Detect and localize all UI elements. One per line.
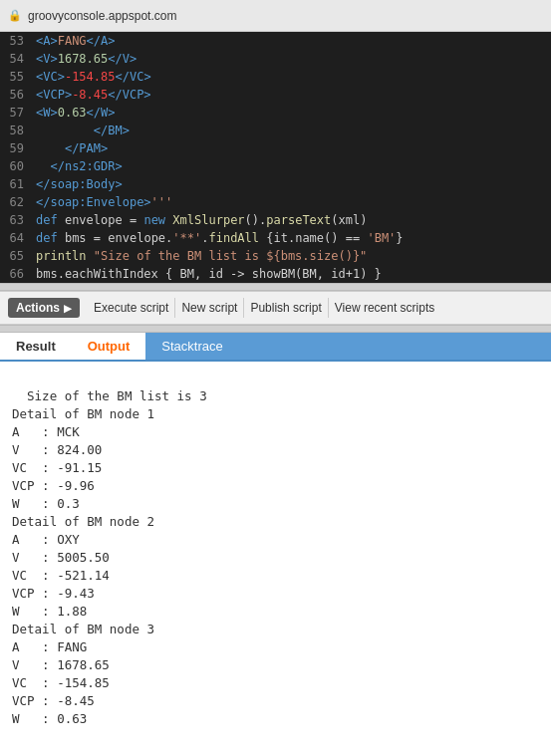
code-line: 54<V>1678.65</V> <box>0 50 551 68</box>
line-content: </PAM> <box>32 139 108 157</box>
action-btn-execute-script[interactable]: Execute script <box>88 298 174 318</box>
line-content: <VCP>-8.45</VCP> <box>32 86 151 104</box>
action-btn-publish-script[interactable]: Publish script <box>243 298 327 318</box>
line-content: <V>1678.65</V> <box>32 50 137 68</box>
line-content: </soap:Envelope>''' <box>32 193 172 211</box>
line-number: 62 <box>0 195 32 209</box>
line-number: 56 <box>0 88 32 102</box>
line-number: 59 <box>0 141 32 155</box>
code-line: 63def envelope = new XmlSlurper().parseT… <box>0 211 551 229</box>
code-line: 56<VCP>-8.45</VCP> <box>0 86 551 104</box>
line-number: 55 <box>0 70 32 84</box>
line-content: def envelope = new XmlSlurper().parseTex… <box>32 211 367 229</box>
line-number: 61 <box>0 177 32 191</box>
code-line: 61</soap:Body> <box>0 175 551 193</box>
line-content: </ns2:GDR> <box>32 157 123 175</box>
line-content: <A>FANG</A> <box>32 32 116 50</box>
code-line: 58 </BM> <box>0 122 551 139</box>
line-content: println "Size of the BM list is ${bms.si… <box>32 247 367 265</box>
line-number: 53 <box>0 34 32 48</box>
code-line: 60 </ns2:GDR> <box>0 157 551 175</box>
line-number: 54 <box>0 52 32 66</box>
output-text: Size of the BM list is 3 Detail of BM no… <box>12 388 207 726</box>
code-line: 55<VC>-154.85</VC> <box>0 68 551 86</box>
actions-label: Actions ▶ <box>8 298 80 318</box>
actions-bar: Actions ▶ Execute scriptNew scriptPublis… <box>0 291 551 325</box>
output-area: Size of the BM list is 3 Detail of BM no… <box>0 362 551 736</box>
code-line: 65println "Size of the BM list is ${bms.… <box>0 247 551 265</box>
lock-icon: 🔒 <box>8 9 22 22</box>
actions-arrow: ▶ <box>64 303 72 314</box>
line-number: 66 <box>0 267 32 281</box>
code-editor: 53<A>FANG</A>54<V>1678.65</V>55<VC>-154.… <box>0 32 551 283</box>
line-number: 63 <box>0 213 32 227</box>
line-number: 64 <box>0 231 32 245</box>
code-line: 66bms.eachWithIndex { BM, id -> showBM(B… <box>0 265 551 283</box>
browser-bar: 🔒 groovyconsole.appspot.com <box>0 0 551 32</box>
action-btn-new-script[interactable]: New script <box>174 298 243 318</box>
line-number: 60 <box>0 159 32 173</box>
tab-stacktrace[interactable]: Stacktrace <box>145 333 238 360</box>
line-number: 65 <box>0 249 32 263</box>
line-content: <VC>-154.85</VC> <box>32 68 151 86</box>
line-content: </BM> <box>32 122 130 139</box>
line-content: </soap:Body> <box>32 175 123 193</box>
line-content: bms.eachWithIndex { BM, id -> showBM(BM,… <box>32 265 382 283</box>
separator <box>0 283 551 291</box>
code-line: 57<W>0.63</W> <box>0 104 551 122</box>
line-content: def bms = envelope.'**'.findAll {it.name… <box>32 229 404 247</box>
action-buttons: Execute scriptNew scriptPublish scriptVi… <box>88 298 440 318</box>
line-number: 58 <box>0 124 32 137</box>
tab-output[interactable]: Output <box>72 333 146 360</box>
code-line: 53<A>FANG</A> <box>0 32 551 50</box>
tabs-bar: ResultOutputStacktrace <box>0 333 551 362</box>
action-btn-view-recent-scripts[interactable]: View recent scripts <box>328 298 440 318</box>
line-number: 57 <box>0 106 32 120</box>
line-content: <W>0.63</W> <box>32 104 116 122</box>
code-line: 64def bms = envelope.'**'.findAll {it.na… <box>0 229 551 247</box>
tab-result[interactable]: Result <box>0 333 72 360</box>
separator2 <box>0 325 551 333</box>
url-bar[interactable]: groovyconsole.appspot.com <box>28 9 176 23</box>
code-line: 62</soap:Envelope>''' <box>0 193 551 211</box>
code-line: 59 </PAM> <box>0 139 551 157</box>
